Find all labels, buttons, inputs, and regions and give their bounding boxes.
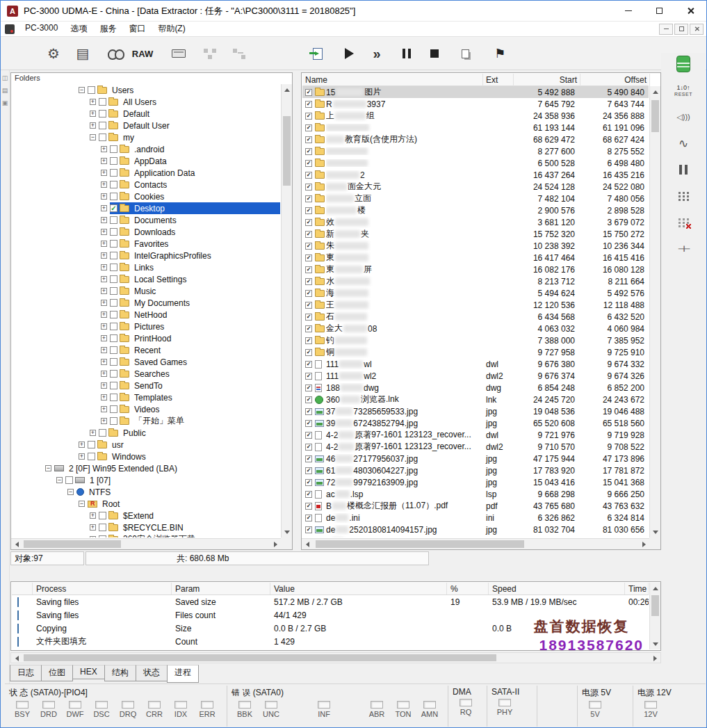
- expand-icon[interactable]: +: [90, 111, 96, 117]
- files-hscroll-thumb[interactable]: [316, 540, 524, 548]
- file-checkbox[interactable]: ✓: [305, 479, 312, 486]
- scroll-down-icon[interactable]: [650, 526, 661, 537]
- file-checkbox[interactable]: ✓: [305, 254, 312, 261]
- tree-hscroll-thumb[interactable]: [24, 540, 121, 548]
- terminal-pins-off-icon[interactable]: [678, 214, 689, 231]
- tree-checkbox[interactable]: [110, 334, 117, 342]
- scroll-up-icon[interactable]: [650, 86, 661, 97]
- tree-checkbox[interactable]: [99, 122, 106, 129]
- expand-icon[interactable]: +: [101, 264, 107, 270]
- menu-item[interactable]: 服务: [93, 22, 122, 36]
- process-column-header[interactable]: Process: [33, 583, 172, 594]
- tree-item[interactable]: +Searches: [12, 368, 280, 380]
- expand-icon[interactable]: +: [79, 442, 85, 448]
- expand-icon[interactable]: +: [101, 205, 107, 211]
- file-checkbox[interactable]: ✓: [305, 219, 312, 226]
- scroll-left-icon[interactable]: [302, 539, 313, 550]
- file-checkbox[interactable]: ✓: [305, 89, 312, 96]
- tree-checkbox[interactable]: [110, 157, 117, 165]
- tree-checkbox[interactable]: [110, 169, 117, 177]
- menu-item[interactable]: 选项: [64, 22, 93, 36]
- file-row[interactable]: ✓钓7 388 0007 385 952: [302, 334, 649, 346]
- expand-icon[interactable]: +: [101, 288, 107, 294]
- tree-item[interactable]: +Application Data: [12, 167, 280, 179]
- tree-checkbox[interactable]: [99, 110, 106, 118]
- expand-icon[interactable]: +: [90, 512, 96, 519]
- file-checkbox[interactable]: ✓: [305, 455, 312, 462]
- expand-icon[interactable]: +: [90, 430, 96, 436]
- expand-icon[interactable]: +: [101, 252, 107, 259]
- expand-icon[interactable]: +: [101, 276, 107, 282]
- tree-checkbox[interactable]: [110, 417, 117, 425]
- tree-item[interactable]: +「开始」菜单: [12, 415, 280, 427]
- tree-checkbox[interactable]: [110, 358, 117, 366]
- file-checkbox[interactable]: ✓: [305, 101, 312, 108]
- scroll-right-icon[interactable]: [649, 653, 660, 664]
- file-row[interactable]: ✓61 193 14461 191 096: [302, 122, 649, 134]
- tree-item[interactable]: +360安全浏览器下载: [12, 533, 280, 537]
- mdi-restore-button[interactable]: [674, 24, 688, 35]
- panel-toggle-icon-3[interactable]: ▣: [2, 99, 8, 106]
- tree-item[interactable]: −2 [0F] Win95 Extended (LBA): [12, 462, 280, 474]
- collapse-icon[interactable]: −: [45, 465, 51, 471]
- collapse-icon[interactable]: −: [56, 477, 63, 483]
- file-row[interactable]: ✓朱10 238 39210 236 344: [302, 240, 649, 252]
- tree-checkbox[interactable]: [88, 441, 95, 448]
- tree-item[interactable]: +SendTo: [12, 380, 280, 391]
- tree-item[interactable]: +Windows: [12, 451, 280, 462]
- export-task-icon[interactable]: [305, 41, 330, 66]
- expand-icon[interactable]: +: [101, 418, 107, 424]
- tree-item[interactable]: +usr: [12, 439, 280, 451]
- file-row[interactable]: ✓de.iniini6 326 8626 324 814: [302, 512, 649, 524]
- tree-checkbox[interactable]: [110, 382, 117, 389]
- file-row[interactable]: ✓6148030604227.jpgjpg17 783 92017 781 87…: [302, 464, 649, 476]
- expand-icon[interactable]: +: [101, 170, 107, 176]
- column-header-ext[interactable]: Ext: [483, 74, 514, 86]
- menu-item[interactable]: PC-3000: [19, 22, 64, 36]
- file-checkbox[interactable]: ✓: [305, 207, 312, 214]
- collapse-icon[interactable]: −: [79, 501, 85, 507]
- file-row[interactable]: ✓ac.lsplsp9 668 2989 666 250: [302, 488, 649, 500]
- tree-checkbox[interactable]: [110, 299, 117, 307]
- tree-checkbox[interactable]: ✓: [110, 204, 117, 212]
- menu-item[interactable]: 窗口: [122, 22, 152, 36]
- close-button[interactable]: [675, 1, 706, 22]
- process-column-header[interactable]: Time: [625, 583, 649, 594]
- file-row[interactable]: ✓王12 120 53612 118 488: [302, 299, 649, 311]
- tree-item[interactable]: +Contacts: [12, 179, 280, 191]
- minimize-button[interactable]: [612, 1, 644, 22]
- expand-icon[interactable]: +: [101, 312, 107, 318]
- file-checkbox[interactable]: ✓: [305, 526, 312, 533]
- file-checkbox[interactable]: ✓: [305, 467, 312, 474]
- file-checkbox[interactable]: ✓: [305, 444, 312, 451]
- file-checkbox[interactable]: ✓: [305, 278, 312, 285]
- tree-item[interactable]: +Cookies: [12, 191, 280, 202]
- mdi-minimize-button[interactable]: [659, 24, 673, 35]
- menu-item[interactable]: 帮助(Z): [152, 22, 191, 36]
- file-row[interactable]: ✓E图.dwgdwg3 428 6323 426 584: [302, 535, 649, 537]
- file-checkbox[interactable]: ✓: [305, 337, 312, 344]
- tree-item[interactable]: +IntelGraphicsProfiles: [12, 250, 280, 261]
- file-row[interactable]: ✓水8 213 7128 211 664: [302, 275, 649, 287]
- tree-checkbox[interactable]: [99, 429, 106, 437]
- column-header-offset[interactable]: Offset: [580, 74, 650, 86]
- file-checkbox[interactable]: ✓: [305, 148, 312, 155]
- map-flow-icon[interactable]: [197, 41, 222, 66]
- tree-item[interactable]: −1 [07]: [12, 474, 280, 486]
- file-checkbox[interactable]: ✓: [305, 349, 312, 356]
- tree-vertical-scrollbar[interactable]: [281, 84, 292, 537]
- scroll-down-icon[interactable]: [282, 526, 293, 537]
- file-checkbox[interactable]: ✓: [305, 160, 312, 167]
- collapse-icon[interactable]: −: [79, 87, 85, 93]
- tree-checkbox[interactable]: [110, 346, 117, 354]
- file-row[interactable]: ✓铜9 727 9589 725 910: [302, 346, 649, 358]
- pause-power-icon[interactable]: [679, 161, 688, 178]
- scroll-down-icon[interactable]: [650, 638, 661, 649]
- file-row[interactable]: ✓海5 494 6245 492 576: [302, 287, 649, 299]
- expand-icon[interactable]: +: [79, 453, 85, 460]
- tree-item[interactable]: +PrintHood: [12, 332, 280, 344]
- tree-checkbox[interactable]: [110, 228, 117, 236]
- scroll-left-icon[interactable]: [11, 653, 22, 664]
- scroll-left-icon[interactable]: [11, 539, 22, 550]
- report-icon[interactable]: ▤: [70, 41, 95, 66]
